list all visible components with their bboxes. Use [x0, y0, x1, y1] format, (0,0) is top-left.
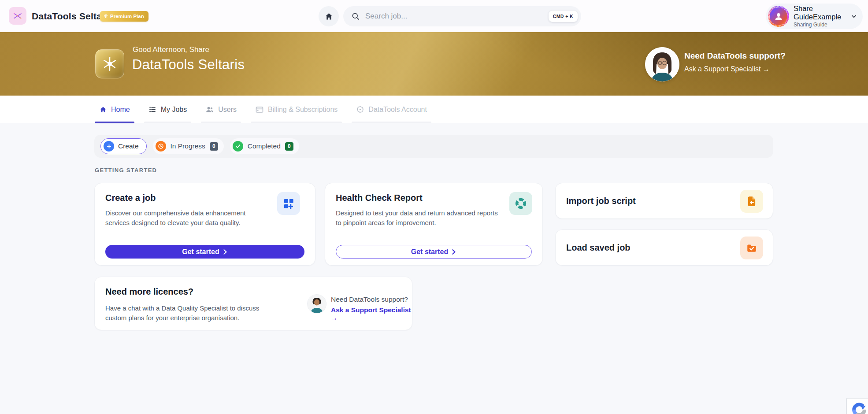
- check-icon: [233, 141, 243, 152]
- create-button[interactable]: Create: [100, 138, 147, 154]
- tab-label: Users: [218, 106, 237, 114]
- tab-my-jobs[interactable]: My Jobs: [144, 96, 192, 123]
- tab-datatools-account: DataTools Account: [351, 96, 432, 123]
- home-icon: [99, 106, 107, 114]
- support-specialist-photo: [645, 47, 679, 81]
- card-title: Need more licences?: [105, 287, 193, 297]
- spark-logo-icon: [101, 55, 119, 73]
- folder-check-icon: [740, 237, 763, 259]
- premium-plan-badge: Premium Plan: [100, 11, 148, 22]
- tab-label: DataTools Account: [368, 106, 427, 114]
- job-status-bar: Create In Progress 0 Completed 0: [94, 135, 773, 158]
- cta-label: Get started: [411, 248, 448, 256]
- in-progress-filter[interactable]: In Progress 0: [153, 138, 224, 154]
- top-bar: DataTools Seltaris Premium Plan CMD + K: [0, 0, 868, 32]
- grid-plus-icon: [277, 192, 300, 215]
- billing-icon: [255, 105, 264, 114]
- in-progress-count: 0: [210, 142, 218, 151]
- card-title: Load saved job: [566, 243, 631, 253]
- chevron-right-icon: [223, 249, 228, 255]
- completed-label: Completed: [248, 142, 281, 150]
- in-progress-label: In Progress: [171, 142, 205, 150]
- support-title: Need DataTools support?: [684, 51, 786, 61]
- nav-bar: Home My Jobs Users: [0, 96, 868, 123]
- tab-billing: Billing & Subscriptions: [250, 96, 342, 123]
- account-gear-icon: [356, 105, 364, 114]
- load-job-card[interactable]: Load saved job: [555, 229, 773, 266]
- tab-users[interactable]: Users: [200, 96, 241, 123]
- ask-support-link[interactable]: Ask a Support Specialist →: [331, 306, 412, 322]
- tab-list: Home My Jobs Users: [94, 96, 432, 123]
- completed-filter[interactable]: Completed 0: [230, 138, 299, 154]
- user-name: Share GuideExample: [794, 4, 846, 21]
- import-file-icon: [740, 190, 763, 213]
- user-role: Sharing Guide: [794, 22, 846, 28]
- chevron-right-icon: [451, 249, 456, 255]
- tab-label: My Jobs: [161, 106, 187, 114]
- tab-label: Billing & Subscriptions: [268, 106, 338, 114]
- ask-support-link[interactable]: Ask a Support Specialist →: [684, 65, 770, 73]
- spark-logo-icon: [12, 10, 23, 22]
- import-job-card[interactable]: Import job script: [555, 183, 773, 219]
- card-title: Create a job: [105, 193, 156, 203]
- recaptcha-icon: [850, 401, 868, 414]
- clock-icon: [156, 141, 166, 152]
- support-title: Need DataTools support?: [331, 296, 408, 303]
- plus-icon: [104, 141, 114, 152]
- health-check-card: Health Check Report Designed to test you…: [325, 183, 543, 266]
- completed-count: 0: [285, 142, 293, 151]
- greeting-text: Good Afternoon, Share: [133, 45, 209, 54]
- list-icon: [148, 105, 157, 114]
- recaptcha-badge[interactable]: [846, 398, 868, 414]
- card-description: Discover our comprehensive data enhancem…: [105, 208, 271, 228]
- tab-label: Home: [111, 106, 130, 114]
- search-bar[interactable]: CMD + K: [343, 6, 581, 26]
- support-specialist-photo: [308, 295, 326, 313]
- users-icon: [205, 105, 214, 114]
- card-description: Designed to test your data and return ad…: [336, 208, 501, 228]
- licences-card: Need more licences? Have a chat with a D…: [94, 277, 412, 330]
- home-icon: [324, 12, 334, 21]
- section-title: GETTING STARTED: [95, 167, 157, 174]
- tab-home[interactable]: Home: [94, 96, 135, 123]
- support-specialist-portrait: [645, 47, 679, 81]
- card-description: Have a chat with a Data Quality Speciali…: [105, 303, 282, 323]
- create-label: Create: [118, 142, 139, 150]
- search-input[interactable]: [365, 12, 549, 21]
- person-icon: [773, 11, 784, 22]
- get-started-button[interactable]: Get started: [336, 245, 532, 259]
- page-title: DataTools Seltaris: [132, 57, 245, 73]
- hero-banner: Good Afternoon, Share DataTools Seltaris…: [0, 32, 868, 96]
- get-started-button[interactable]: Get started: [105, 245, 304, 259]
- health-donut-icon: [509, 192, 532, 215]
- keyboard-shortcut-badge: CMD + K: [549, 11, 578, 22]
- brand-logo: [9, 7, 26, 25]
- hero-logo: [95, 49, 124, 78]
- user-menu[interactable]: Share GuideExample Sharing Guide: [766, 4, 863, 29]
- chevron-down-icon: [850, 13, 857, 20]
- home-button[interactable]: [319, 6, 339, 26]
- avatar: [768, 6, 789, 27]
- card-title: Import job script: [566, 196, 636, 206]
- cta-label: Get started: [182, 248, 219, 256]
- gem-icon: [103, 14, 108, 19]
- premium-plan-label: Premium Plan: [110, 14, 144, 19]
- support-specialist-portrait: [308, 295, 326, 313]
- create-job-card: Create a job Discover our comprehensive …: [94, 183, 315, 266]
- search-icon: [351, 12, 360, 21]
- card-title: Health Check Report: [336, 193, 423, 203]
